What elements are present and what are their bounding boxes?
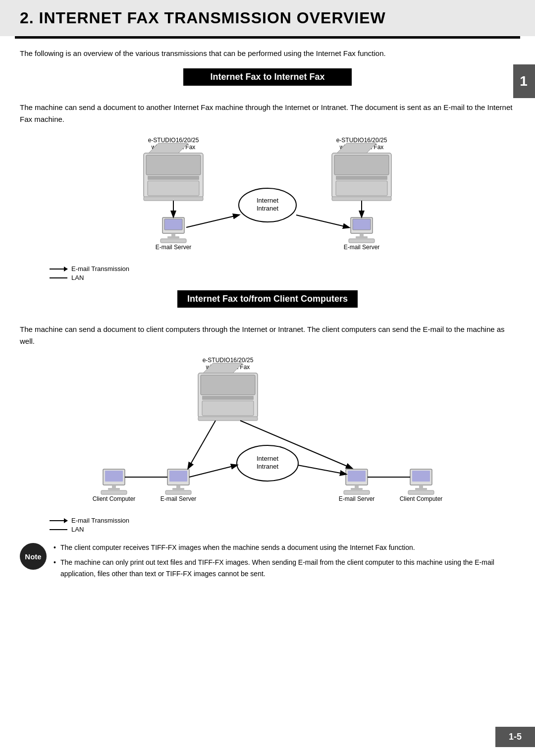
note-item-2: The machine can only print out text file… (54, 557, 515, 579)
svg-text:Intranet: Intranet (257, 463, 278, 470)
svg-text:Client Computer: Client Computer (93, 495, 136, 502)
svg-rect-23 (160, 239, 186, 243)
svg-rect-65 (412, 471, 430, 482)
svg-rect-11 (334, 155, 389, 175)
svg-rect-13 (336, 181, 387, 196)
section2-diagram: e-STUDIO16/20/25 with Internet Fax Inter… (20, 355, 515, 514)
legend2-item-lan: LAN (50, 526, 515, 533)
svg-rect-62 (344, 490, 370, 494)
legend-solid-line (50, 277, 67, 278)
section1-svg: e-STUDIO16/20/25 with Internet Fax e-STU… (109, 133, 426, 262)
section1-diagram: e-STUDIO16/20/25 with Internet Fax e-STU… (20, 133, 515, 262)
svg-rect-4 (148, 176, 199, 180)
svg-rect-38 (201, 375, 255, 395)
svg-line-33 (186, 215, 239, 227)
svg-rect-55 (172, 488, 184, 490)
svg-rect-28 (356, 236, 368, 238)
legend2-arrow-line (50, 520, 67, 521)
intro-text: The following is an overview of the vari… (20, 48, 515, 59)
svg-rect-50 (101, 490, 127, 494)
svg-line-70 (188, 421, 215, 468)
svg-rect-22 (167, 236, 179, 238)
legend-email-label: E-mail Transmission (71, 265, 129, 272)
note-badge: Note (20, 543, 47, 570)
svg-rect-26 (353, 219, 371, 230)
legend-arrow-line (50, 269, 67, 270)
section1-heading: Internet Fax to Internet Fax (183, 68, 352, 86)
section2-heading: Internet Fax to/from Client Computers (177, 290, 358, 308)
legend2-email-label: E-mail Transmission (71, 517, 129, 524)
main-content: The following is an overview of the vari… (0, 39, 535, 583)
side-tab: 1 (513, 64, 535, 98)
section1-legend: E-mail Transmission LAN (50, 265, 515, 281)
svg-text:e-STUDIO16/20/25: e-STUDIO16/20/25 (203, 357, 254, 364)
note-item-1: The client computer receives TIFF-FX ima… (54, 542, 515, 553)
svg-text:E-mail Server: E-mail Server (156, 244, 192, 251)
legend2-solid-line (50, 529, 67, 530)
svg-text:Intranet: Intranet (257, 205, 278, 212)
svg-text:Internet: Internet (257, 197, 278, 204)
svg-rect-12 (336, 176, 387, 180)
svg-rect-42 (198, 417, 258, 421)
svg-rect-59 (348, 471, 366, 482)
page-title: 2. INTERNET FAX TRANSMISSION OVERVIEW (20, 9, 515, 27)
svg-rect-29 (349, 239, 374, 243)
page-header: 2. INTERNET FAX TRANSMISSION OVERVIEW (0, 0, 535, 36)
note-list: The client computer receives TIFF-FX ima… (54, 542, 515, 579)
section2-legend: E-mail Transmission LAN (50, 517, 515, 533)
section1-body: The machine can send a document to anoth… (20, 102, 515, 125)
section2-svg: e-STUDIO16/20/25 with Internet Fax Inter… (89, 355, 446, 514)
svg-rect-39 (202, 396, 254, 400)
section2-heading-wrap: Internet Fax to/from Client Computers (20, 290, 515, 316)
svg-text:e-STUDIO16/20/25: e-STUDIO16/20/25 (336, 137, 387, 144)
svg-line-73 (189, 465, 237, 477)
svg-text:e-STUDIO16/20/25: e-STUDIO16/20/25 (148, 137, 199, 144)
svg-rect-67 (415, 488, 427, 490)
svg-text:E-mail Server: E-mail Server (339, 495, 375, 502)
note-section: Note The client computer receives TIFF-F… (20, 542, 515, 583)
svg-rect-15 (332, 197, 391, 201)
svg-rect-5 (148, 181, 199, 196)
svg-text:Client Computer: Client Computer (400, 495, 443, 502)
section2-body: The machine can send a document to clien… (20, 324, 515, 347)
svg-line-74 (298, 465, 346, 474)
svg-rect-68 (408, 490, 434, 494)
svg-rect-47 (105, 471, 123, 482)
legend2-lan-label: LAN (71, 526, 84, 533)
svg-text:E-mail Server: E-mail Server (160, 495, 197, 502)
page-number: 1-5 (495, 727, 535, 747)
legend-lan-label: LAN (71, 274, 84, 281)
legend2-item-email: E-mail Transmission (50, 517, 515, 524)
svg-line-34 (296, 215, 349, 227)
svg-rect-49 (108, 488, 120, 490)
svg-rect-53 (169, 471, 187, 482)
legend-item-lan: LAN (50, 274, 515, 281)
svg-rect-40 (202, 401, 254, 416)
svg-rect-61 (351, 488, 363, 490)
svg-rect-56 (165, 490, 191, 494)
svg-rect-3 (146, 155, 201, 175)
svg-rect-7 (144, 197, 203, 201)
section1-heading-wrap: Internet Fax to Internet Fax (20, 68, 515, 94)
note-text-area: The client computer receives TIFF-FX ima… (54, 542, 515, 583)
svg-rect-20 (164, 219, 182, 230)
legend-item-email: E-mail Transmission (50, 265, 515, 272)
svg-text:E-mail Server: E-mail Server (344, 244, 380, 251)
svg-text:Internet: Internet (257, 455, 278, 462)
